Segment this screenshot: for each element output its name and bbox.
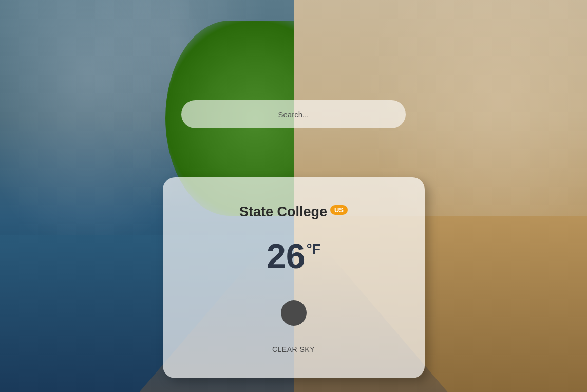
weather-condition-icon [281,300,307,326]
weather-condition-text: CLEAR SKY [272,345,315,353]
main-content: State College US 26 °F CLEAR SKY [0,0,587,392]
country-badge: US [330,205,348,215]
search-input[interactable] [192,110,395,119]
weather-card: State College US 26 °F CLEAR SKY [163,177,425,378]
search-container [181,100,406,128]
temperature-unit: °F [307,241,320,257]
location-row: State College US [239,204,348,220]
location-name: State College [239,204,327,220]
temperature-value: 26 [267,238,306,273]
temperature-row: 26 °F [267,238,320,273]
